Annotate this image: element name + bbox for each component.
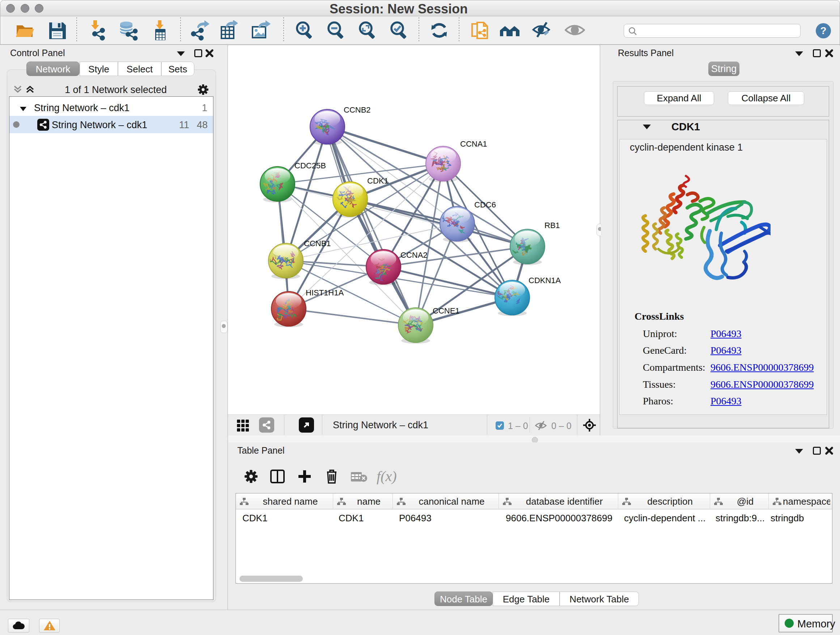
svg-text:CDC25B: CDC25B (294, 161, 326, 170)
svg-text:CDK1: CDK1 (367, 176, 388, 185)
svg-text:CDKN1A: CDKN1A (529, 276, 561, 285)
svg-text:CCNA1: CCNA1 (460, 139, 487, 149)
svg-text:CDC6: CDC6 (474, 200, 496, 209)
svg-text:CCNA2: CCNA2 (401, 250, 428, 260)
svg-text:CCNB2: CCNB2 (344, 105, 371, 114)
svg-text:CCNE1: CCNE1 (433, 306, 460, 315)
svg-text:CCNB1: CCNB1 (304, 239, 331, 248)
svg-text:?: ? (820, 25, 826, 36)
svg-text:HIST1H1A: HIST1H1A (306, 288, 344, 297)
svg-text:RB1: RB1 (545, 221, 560, 230)
